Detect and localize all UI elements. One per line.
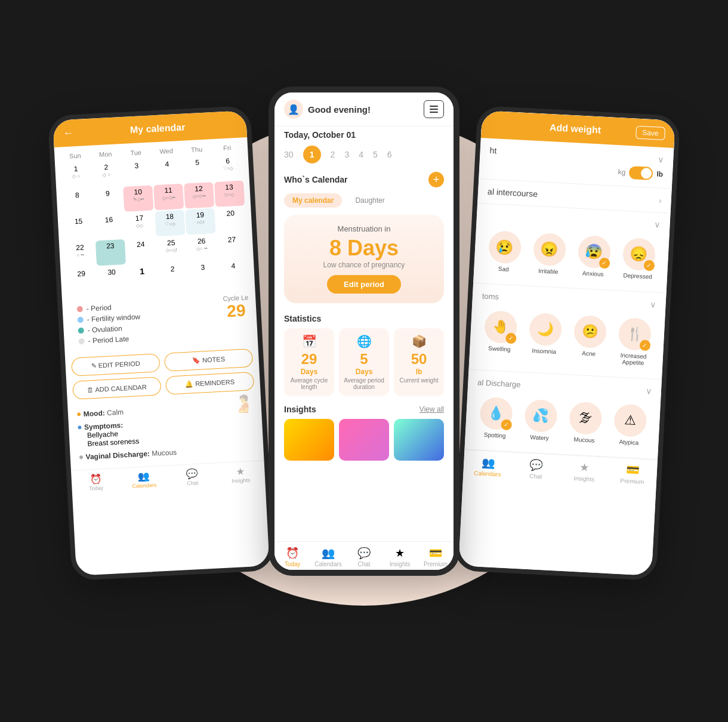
nav-chat[interactable]: 💬 Chat [346,547,382,567]
left-nav-today[interactable]: ⏰ Today [71,472,120,492]
discharge-section: al Discharge ∨ 💧 Spotting 💦 Watery 🌫 Muc… [464,369,662,459]
right-nav-chat[interactable]: 💬 Chat [511,457,561,480]
unit-toggle-track[interactable] [629,166,653,180]
symptom-swelling[interactable]: 🤚 Swelling [479,310,522,359]
list-item[interactable]: 15 [64,215,94,242]
intercourse-chevron-icon: › [659,196,662,205]
cycle-number: 29 [223,301,249,321]
list-item[interactable]: 22○ •• [65,241,95,268]
list-item[interactable]: 26◇○ •• [187,235,217,261]
list-item[interactable]: 2◇ ○ [91,161,122,187]
date-6[interactable]: 6 [387,150,392,159]
list-item[interactable]: 30 [97,266,127,292]
date-5[interactable]: 5 [373,150,378,159]
list-item[interactable]: 10✎◇•• [123,185,153,212]
spotting-label: Spotting [484,431,506,439]
menstruation-card: Menstruation in 8 Days Low chance of pre… [284,215,444,303]
right-content: Add weight Save ht ∨ kg lb [458,110,675,576]
save-button[interactable]: Save [636,126,665,141]
right-nav-premium[interactable]: 💳 Premium [608,462,658,486]
list-item[interactable]: 3 [188,261,218,288]
list-item[interactable]: 8 [62,189,92,215]
symptoms-section: toms ∨ 🤚 Swelling 🌙 Insomnia 😕 Acne [468,283,666,380]
date-2[interactable]: 2 [331,150,335,159]
symptom-increased-appetite[interactable]: 🍴 Increased Appetite [613,317,655,366]
stat-number-1: 29 [288,351,331,368]
insight-card-2[interactable] [339,419,389,461]
list-item[interactable]: 27 [217,233,248,260]
right-nav-insights[interactable]: ★ Insights [560,460,609,483]
mood-depressed[interactable]: 😞 Depressed [618,237,660,280]
list-item[interactable]: 1 [127,264,158,291]
discharge-value: Mucous [152,448,177,458]
add-calendar-button[interactable]: 🗓 ADD CALENDAR [72,377,161,400]
date-30[interactable]: 30 [284,150,294,159]
list-item[interactable]: 13◇○◇ [214,180,245,207]
insight-card-1[interactable] [284,419,334,461]
discharge-atypical[interactable]: ⚠ Atypica [609,403,651,446]
list-item[interactable]: 25◇○◇! [156,236,187,263]
date-4[interactable]: 4 [359,150,363,159]
list-item[interactable]: 18♡○◇ [155,210,185,237]
back-button[interactable]: ← [63,126,74,140]
list-item[interactable]: 19○◇! [185,208,215,235]
menstruation-label: Menstruation in [294,224,434,233]
date-3[interactable]: 3 [344,150,349,159]
tab-daughter[interactable]: Daughter [347,193,393,208]
notes-button[interactable]: 🔖 NOTES [164,348,253,372]
list-item[interactable]: 20 [215,206,246,233]
add-calendar-button[interactable]: + [428,172,444,187]
mood-irritable[interactable]: 😠 Irritable [528,233,570,276]
left-nav-calendars[interactable]: 👥 Calendars [119,470,168,490]
discharge-watery[interactable]: 💦 Watery [519,399,562,442]
nav-calendars[interactable]: 👥 Calendars [310,547,346,567]
left-nav-insights[interactable]: ★ Insights [216,464,265,485]
mood-anxious[interactable]: 😰 Anxious [573,235,615,277]
symptom-insomnia[interactable]: 🌙 Insomnia [523,312,566,362]
tab-my-calendar[interactable]: My calendar [284,193,342,208]
insight-cards [284,419,444,461]
list-item[interactable]: 24 [126,237,156,264]
date-scroll: 30 1 2 3 4 5 6 [274,143,454,168]
list-item[interactable]: 23 [95,239,126,266]
action-row-2: 🗓 ADD CALENDAR 🔔 REMINDERS [72,372,254,400]
nav-insights[interactable]: ★ Insights [382,547,418,567]
list-item[interactable]: 4 [218,259,249,286]
nav-premium[interactable]: 💳 Premium [418,547,454,567]
date-1-active[interactable]: 1 [303,146,321,163]
insights-title: Insights [284,405,316,414]
stat-desc-3: Current weight [397,377,440,384]
list-item[interactable]: 3 [122,159,152,186]
insomnia-label: Insomnia [532,347,556,355]
chat-label: Chat [187,480,199,486]
symptom-acne[interactable]: 😕 Acne [568,314,610,364]
right-nav-calendars-label: Calendars [474,470,501,477]
list-item[interactable]: 12◇○◇•• [184,182,214,209]
insight-card-3[interactable] [394,419,444,461]
symptoms-info: ● Symptoms: Bellyache Breast soreness [77,413,255,448]
mood-sad[interactable]: 😢 Sad [483,230,526,273]
edit-period-button[interactable]: Edit period [327,275,401,294]
list-item[interactable]: 9 [92,187,123,214]
list-item[interactable]: 17◇◇ [125,211,155,238]
day-label-thu: Thu [182,144,212,155]
left-nav-chat[interactable]: 💬 Chat [168,467,217,487]
list-item[interactable]: 11◇○◇•• [153,184,184,211]
menu-button[interactable] [424,100,444,118]
list-item[interactable]: 2 [158,263,188,289]
view-all-link[interactable]: View all [419,405,444,414]
list-item[interactable]: 6♡○◇ [213,154,243,181]
list-item[interactable]: 1◇ ○ [61,162,91,189]
list-item[interactable]: 4 [152,158,183,184]
menu-line-2 [430,109,438,110]
list-item[interactable]: 5 [183,156,213,183]
right-nav-calendars[interactable]: 👥 Calendars [463,455,513,478]
nav-today[interactable]: ⏰ Today [274,547,310,567]
list-item[interactable]: 16 [94,213,125,240]
reminders-button[interactable]: 🔔 REMINDERS [165,372,254,395]
discharge-spotting[interactable]: 💧 Spotting [475,396,517,439]
discharge-mucous[interactable]: 🌫 Mucous [564,401,606,444]
edit-period-button[interactable]: ✎ EDIT PERIOD [71,353,160,377]
list-item[interactable]: 29 [66,267,97,294]
mood-value: Calm [107,408,124,416]
